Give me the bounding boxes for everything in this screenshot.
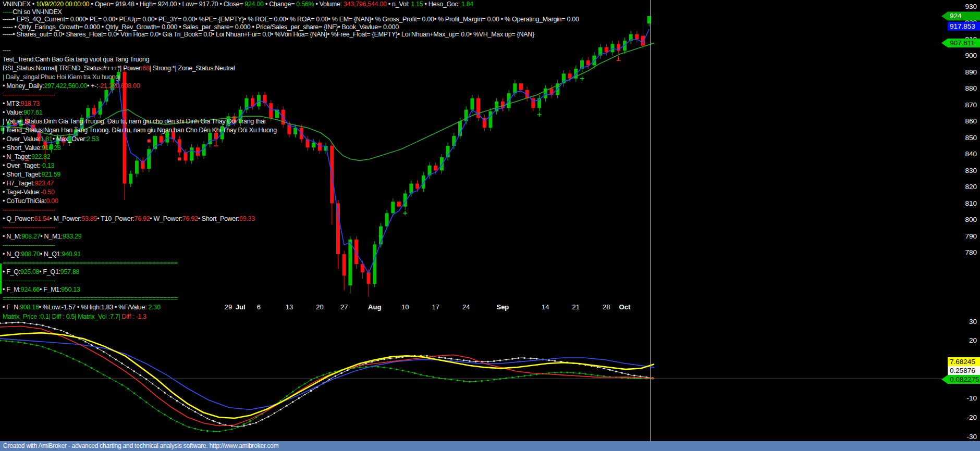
- series-dot: [213, 431, 214, 432]
- series-dot: [11, 322, 13, 323]
- series-dot: [548, 372, 550, 374]
- series-dot: [36, 324, 38, 325]
- series-dot: [408, 371, 409, 372]
- series-dot: [72, 358, 74, 360]
- candle-up: [293, 128, 297, 134]
- series-dot: [262, 419, 263, 420]
- series-dot: [48, 348, 50, 349]
- series-dot: [457, 380, 458, 381]
- series-dot: [396, 357, 397, 358]
- series-dot: [493, 379, 495, 381]
- series-dot: [127, 388, 129, 390]
- series-dot: [310, 390, 312, 392]
- candle-down: [269, 103, 273, 118]
- series-dot: [127, 367, 129, 368]
- series-dot: [475, 361, 476, 362]
- series-dot: [323, 374, 324, 376]
- series-dot: [170, 418, 172, 419]
- indicator-panel-chart[interactable]: 3020100-10-20-307.682450.258760.082275: [0, 312, 980, 441]
- candle-down: [336, 203, 340, 254]
- status-bar-text: Created with AmiBroker - advanced charti…: [3, 442, 278, 449]
- series-dot: [615, 371, 617, 372]
- series-dot: [335, 375, 336, 377]
- series-dot: [97, 347, 99, 349]
- series-dot: [170, 396, 172, 397]
- indicator-title-segment: Matrix_Price :0.1| Diff : 0.5| Matrix_Vo…: [3, 313, 122, 320]
- badge-arrow-icon: [941, 11, 948, 20]
- series-dot: [201, 415, 202, 416]
- date-axis-label: 29: [225, 303, 232, 311]
- series-dot: [499, 359, 501, 361]
- series-dot: [54, 328, 56, 330]
- series-dot: [206, 430, 208, 432]
- candle-down: [342, 254, 346, 275]
- candle-up: [135, 160, 139, 173]
- series-dot: [267, 416, 269, 418]
- series-dot: [499, 378, 501, 380]
- series-dot: [42, 324, 43, 326]
- series-dot: [201, 430, 202, 431]
- series-dot: [572, 372, 574, 373]
- series-dot: [536, 358, 537, 359]
- series-dot: [243, 425, 245, 427]
- series-dot: [274, 412, 275, 414]
- series-dot: [152, 406, 153, 407]
- series-dot: [121, 384, 123, 385]
- series-dot: [140, 374, 141, 376]
- series-dot: [506, 359, 507, 360]
- candle-up: [50, 144, 53, 149]
- main-price-chart[interactable]: 9309209109008908808708608508408308208108…: [0, 0, 980, 312]
- candle-down: [184, 153, 188, 161]
- status-bar: Created with AmiBroker - advanced charti…: [0, 441, 980, 451]
- series-dot: [469, 360, 470, 362]
- series-dot: [213, 420, 214, 422]
- series-dot: [0, 340, 1, 341]
- series-dot: [438, 377, 440, 379]
- series-dot: [420, 374, 422, 375]
- series-dot: [353, 367, 354, 369]
- candle-down: [123, 72, 127, 183]
- series-dot: [176, 400, 178, 402]
- left-edge-mark: [0, 264, 2, 294]
- price-axis-label: 840: [965, 150, 977, 158]
- series-dot: [194, 411, 196, 412]
- candle-up: [117, 72, 120, 79]
- series-dot: [5, 322, 7, 324]
- series-dot: [249, 420, 251, 422]
- series-dot: [445, 378, 446, 380]
- candle-down: [354, 240, 358, 264]
- series-dot: [66, 355, 68, 357]
- candle-down: [434, 166, 437, 170]
- series-dot: [530, 358, 531, 359]
- price-axis-label: 880: [965, 84, 977, 92]
- series-dot: [402, 370, 403, 371]
- series-dot: [524, 357, 525, 359]
- series-dot: [188, 408, 190, 409]
- series-dot: [182, 424, 184, 425]
- series-dot: [298, 397, 300, 399]
- price-axis-label: 930: [965, 3, 977, 10]
- candle-up: [452, 136, 456, 146]
- indicator-title-segment: Diff : -1.3: [122, 313, 146, 320]
- series-dot: [310, 379, 312, 381]
- candle-down: [568, 73, 572, 78]
- value-badge-label: 917.853: [950, 22, 975, 30]
- series-dot: [0, 322, 1, 324]
- date-axis-label: 10: [401, 303, 409, 311]
- series-dot: [304, 394, 306, 395]
- indicator-axis-label: -20: [966, 414, 977, 421]
- series-dot: [328, 372, 330, 374]
- series-dot: [463, 359, 464, 361]
- candle-up: [153, 136, 157, 149]
- series-dot: [475, 381, 476, 382]
- date-axis-label: 14: [542, 303, 549, 311]
- date-axis-label: 28: [603, 303, 610, 311]
- indicator-axis-label: -30: [966, 433, 977, 441]
- series-dot: [389, 368, 391, 369]
- series-dot: [438, 357, 440, 358]
- series-dot: [158, 387, 160, 389]
- series-dot: [5, 340, 7, 342]
- candle-up: [489, 111, 493, 128]
- series-dot: [164, 392, 165, 393]
- series-dot: [164, 414, 165, 416]
